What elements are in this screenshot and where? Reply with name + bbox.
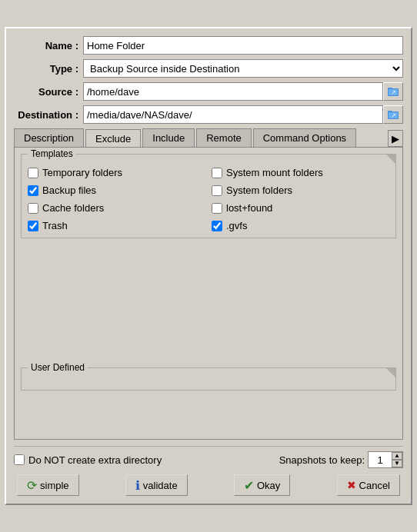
no-extra-dir-item[interactable]: Do NOT create extra directory	[14, 454, 162, 466]
snapshots-area: Snapshots to keep: ▲ ▼	[279, 451, 403, 468]
source-label: Source :	[14, 86, 83, 98]
trash-checkbox[interactable]	[28, 221, 38, 231]
corner-notch	[386, 155, 395, 164]
action-buttons-row: ⟳ simple ℹ validate ✔ Okay ✖ Cancel	[14, 474, 403, 496]
no-extra-dir-label: Do NOT create extra directory	[28, 454, 162, 466]
okay-label: Okay	[257, 480, 280, 491]
templates-content: Temporary folders Backup files Cache fol…	[22, 155, 395, 238]
cache-folders-label: Cache folders	[42, 202, 104, 214]
destination-label: Destination :	[14, 109, 83, 121]
destination-browse-button[interactable]: ↗	[383, 105, 403, 124]
no-extra-dir-group: Do NOT create extra directory	[14, 454, 279, 466]
validate-label: validate	[143, 480, 178, 491]
system-mount-checkbox[interactable]	[212, 168, 222, 178]
source-browse-button[interactable]: ↗	[383, 82, 403, 101]
backup-files-label: Backup files	[42, 185, 96, 196]
system-folders-label: System folders	[226, 185, 292, 196]
destination-input[interactable]	[83, 105, 383, 124]
snapshots-input-wrap: ▲ ▼	[368, 451, 403, 468]
checkbox-item-system-folders[interactable]: System folders	[212, 185, 389, 196]
svg-text:↗: ↗	[391, 89, 396, 96]
cache-folders-checkbox[interactable]	[28, 203, 38, 214]
temp-folders-checkbox[interactable]	[28, 168, 38, 178]
destination-input-group: ↗	[83, 105, 403, 124]
type-select[interactable]: Backup Source inside Destination	[83, 59, 403, 78]
temp-folders-label: Temporary folders	[42, 167, 122, 178]
okay-icon: ✔	[244, 478, 254, 493]
no-extra-dir-checkbox[interactable]	[14, 454, 25, 465]
trash-label: Trash	[42, 220, 68, 231]
user-defined-section: User Defined	[21, 367, 396, 391]
checkbox-col-right: System mount folders System folders lost…	[212, 167, 389, 231]
name-input[interactable]	[83, 36, 403, 55]
gvfs-checkbox[interactable]	[212, 221, 222, 231]
type-select-wrap: Backup Source inside Destination	[83, 59, 403, 78]
snapshots-down-button[interactable]: ▼	[392, 460, 402, 467]
checkbox-item-lost-found[interactable]: lost+found	[212, 202, 389, 214]
gvfs-label: .gvfs	[226, 220, 247, 231]
tabs-bar: Description Exclude Include Remote Comma…	[14, 128, 403, 148]
checkbox-item-system-mount[interactable]: System mount folders	[212, 167, 389, 178]
tab-scroll-right-button[interactable]: ▶	[388, 130, 403, 147]
tab-exclude-content: Templates Temporary folders Backup files	[14, 148, 403, 440]
tab-exclude[interactable]: Exclude	[85, 129, 141, 148]
templates-section: Templates Temporary folders Backup files	[21, 154, 396, 238]
source-input-group: ↗	[83, 82, 403, 101]
folder-icon: ↗	[387, 85, 399, 98]
source-input[interactable]	[83, 82, 383, 101]
tab-remote[interactable]: Remote	[196, 128, 252, 147]
bottom-bar: Do NOT create extra directory Snapshots …	[14, 446, 403, 468]
snapshots-up-button[interactable]: ▲	[392, 452, 402, 460]
lost-found-label: lost+found	[226, 202, 272, 214]
type-label: Type :	[14, 63, 83, 75]
checkbox-item-temp-folders[interactable]: Temporary folders	[28, 167, 205, 178]
cancel-icon: ✖	[347, 479, 356, 491]
folder-icon-2: ↗	[387, 108, 399, 121]
cancel-label: Cancel	[359, 480, 390, 491]
validate-icon: ℹ	[135, 478, 140, 493]
snapshots-label: Snapshots to keep:	[279, 454, 365, 466]
name-label: Name :	[14, 40, 83, 52]
backup-files-checkbox[interactable]	[28, 185, 38, 196]
okay-button[interactable]: ✔ Okay	[234, 474, 290, 496]
name-row: Name :	[14, 36, 403, 55]
checkbox-col-left: Temporary folders Backup files Cache fol…	[28, 167, 205, 231]
tab-include[interactable]: Include	[142, 128, 195, 147]
destination-row: Destination : ↗	[14, 105, 403, 124]
cancel-button[interactable]: ✖ Cancel	[337, 474, 400, 496]
dialog-window: Name : Type : Backup Source inside Desti…	[5, 27, 412, 505]
system-folders-checkbox[interactable]	[212, 185, 222, 196]
validate-button[interactable]: ℹ validate	[125, 474, 188, 496]
type-row: Type : Backup Source inside Destination	[14, 59, 403, 78]
system-mount-label: System mount folders	[226, 167, 323, 178]
simple-label: simple	[40, 480, 69, 491]
templates-title: Templates	[28, 148, 76, 159]
empty-area	[21, 244, 396, 367]
svg-text:↗: ↗	[391, 112, 396, 119]
tab-command-options[interactable]: Command Options	[253, 128, 356, 147]
tab-description[interactable]: Description	[14, 128, 84, 147]
checkbox-item-cache-folders[interactable]: Cache folders	[28, 202, 205, 214]
checkbox-item-gvfs[interactable]: .gvfs	[212, 220, 389, 231]
simple-icon: ⟳	[27, 478, 37, 493]
snapshots-input[interactable]	[369, 452, 392, 467]
simple-button[interactable]: ⟳ simple	[17, 474, 79, 496]
checkbox-item-trash[interactable]: Trash	[28, 220, 205, 231]
lost-found-checkbox[interactable]	[212, 203, 222, 214]
user-defined-corner-notch	[386, 368, 395, 377]
checkbox-item-backup-files[interactable]: Backup files	[28, 185, 205, 196]
snapshots-spinners: ▲ ▼	[392, 452, 402, 467]
source-row: Source : ↗	[14, 82, 403, 101]
user-defined-title: User Defined	[28, 362, 88, 373]
